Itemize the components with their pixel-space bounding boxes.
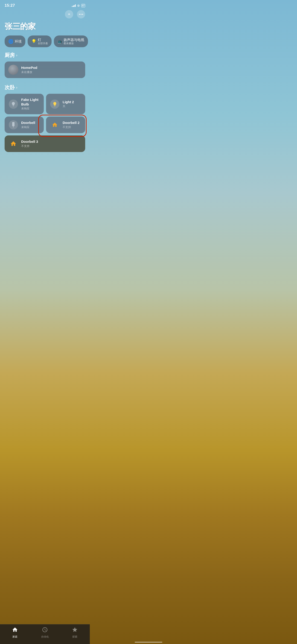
section-bedroom2: 次卧 › Fake Light Bulb 未响应: [0, 84, 90, 158]
battery-indicator: 57: [81, 4, 85, 7]
chip-speakers[interactable]: 📺 扬声器与电视 都未播放: [54, 36, 88, 47]
light2-icon: [50, 100, 60, 109]
doorbell2-status: 不支持: [62, 125, 80, 129]
header-actions: +: [0, 9, 90, 21]
kitchen-chevron-icon: ›: [16, 53, 17, 57]
homepod-name: HomePod: [21, 66, 37, 70]
wifi-icon: ⊛: [77, 4, 80, 7]
lights-icon: 💡: [31, 39, 36, 44]
bedroom2-row1: Fake Light Bulb 未响应 Light 2: [4, 94, 85, 114]
fake-bulb-status: 未响应: [21, 107, 40, 110]
chip-environment[interactable]: 🌀 环境: [4, 36, 25, 47]
device-card-homepod[interactable]: HomePod 未在播放: [4, 62, 85, 78]
bedroom2-chevron-icon: ›: [16, 86, 17, 90]
homepod-icon-wrap: [9, 65, 18, 74]
chip-lights-sublabel: 全部关着: [38, 42, 48, 45]
chip-speakers-sublabel: 都未播放: [64, 42, 84, 45]
svg-point-1: [80, 14, 82, 15]
device-card-fake-light-bulb[interactable]: Fake Light Bulb 未响应: [4, 94, 44, 114]
chip-speakers-label: 扬声器与电视: [64, 38, 84, 42]
homepod-status: 未在播放: [21, 70, 37, 74]
signal-icon: [72, 4, 76, 7]
add-button[interactable]: +: [65, 10, 73, 18]
section-bedroom2-title[interactable]: 次卧 ›: [4, 84, 85, 91]
svg-point-2: [82, 14, 83, 15]
speakers-icon: 📺: [58, 39, 62, 44]
chip-lights[interactable]: 💡 灯 全部关着: [28, 36, 52, 47]
device-card-doorbell[interactable]: Doorbell 未响应: [4, 116, 44, 133]
status-bar: 15:27 ⊛ 57: [0, 0, 90, 9]
doorbell-row: Doorbell 未响应 D: [4, 116, 85, 133]
chip-row: 🌀 环境 💡 灯 全部关着 📺 扬声器与电视 都未播放: [0, 36, 90, 52]
environment-icon: 🌀: [8, 39, 13, 44]
section-kitchen-title[interactable]: 厨房 ›: [4, 52, 85, 59]
fake-bulb-name: Fake Light Bulb: [21, 98, 40, 106]
homepod-icon: [8, 65, 18, 75]
device-card-light2[interactable]: Light 2 关: [46, 94, 85, 114]
doorbell3-icon: [9, 139, 18, 148]
doorbell3-status: 不支持: [21, 144, 38, 148]
svg-point-4: [13, 126, 14, 127]
light2-status: 关: [62, 104, 74, 108]
status-time: 15:27: [4, 3, 15, 8]
doorbell-name: Doorbell: [21, 120, 35, 125]
doorbell-icon: [9, 120, 18, 130]
light2-name: Light 2: [62, 100, 74, 104]
chip-lights-label: 灯: [38, 38, 48, 42]
svg-rect-3: [12, 122, 14, 126]
fake-bulb-icon: [9, 100, 18, 109]
doorbell3-name: Doorbell 3: [21, 139, 38, 144]
device-card-doorbell2[interactable]: Doorbell 2 不支持: [46, 116, 85, 133]
doorbell2-name: Doorbell 2: [62, 120, 80, 125]
battery-box: 57: [81, 4, 85, 7]
section-kitchen: 厨房 › HomePod 未在播放: [0, 52, 90, 84]
page-title: 张三的家: [0, 21, 90, 36]
doorbell2-icon: [50, 120, 60, 130]
doorbell-status: 未响应: [21, 125, 35, 129]
device-card-doorbell3[interactable]: Doorbell 3 不支持: [4, 136, 85, 152]
status-icons: ⊛ 57: [72, 4, 85, 7]
svg-point-0: [79, 14, 80, 15]
chip-environment-label: 环境: [15, 40, 22, 44]
menu-button[interactable]: [77, 10, 85, 18]
battery-level: 57: [82, 4, 84, 7]
